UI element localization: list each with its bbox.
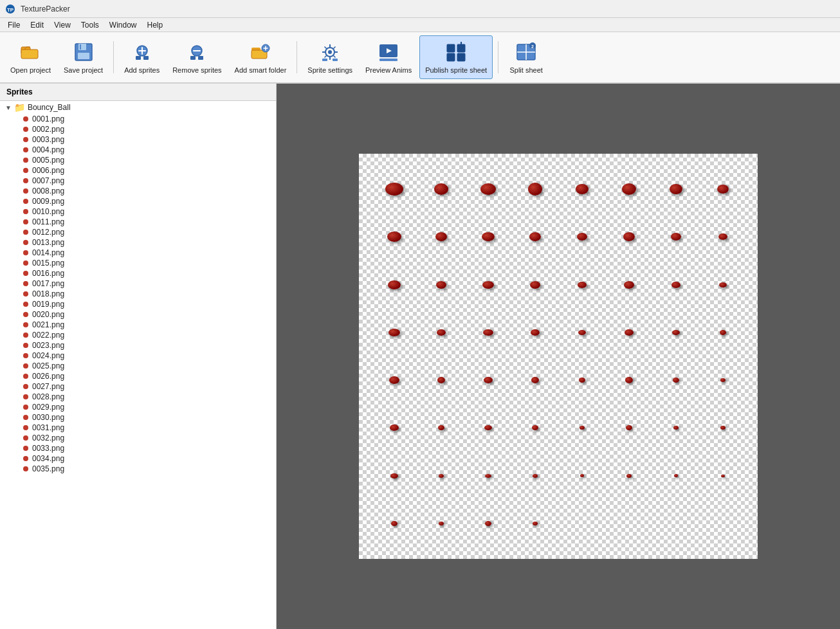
tree-file-0020png[interactable]: 0020.png (0, 309, 276, 320)
tree-file-0015png[interactable]: 0015.png (0, 258, 276, 268)
split-sheet-button[interactable]: 2 Split sheet (504, 35, 549, 79)
menu-view[interactable]: View (49, 19, 76, 31)
sprite-cell (653, 358, 698, 403)
tree-file-0001png[interactable]: 0001.png (0, 114, 276, 124)
sprite-cell (372, 453, 416, 498)
svg-rect-13 (198, 56, 203, 60)
sprite-cell (653, 501, 698, 546)
tree-file-0017png[interactable]: 0017.png (0, 278, 276, 289)
publish-sprite-sheet-button[interactable]: Publish sprite sheet (419, 35, 493, 79)
file-dot-icon (23, 260, 28, 266)
tree-file-0023png[interactable]: 0023.png (0, 340, 276, 351)
preview-anims-button[interactable]: Preview Anims (360, 35, 417, 79)
menu-edit[interactable]: Edit (25, 19, 49, 31)
tree-file-0035png[interactable]: 0035.png (0, 464, 276, 474)
tree-file-0016png[interactable]: 0016.png (0, 268, 276, 278)
tree-file-0003png[interactable]: 0003.png (0, 134, 276, 145)
tree-file-0033png[interactable]: 0033.png (0, 443, 276, 453)
sidebar-content[interactable]: ▼ 📁 Bouncy_Ball 0001.png0002.png0003.png… (0, 101, 276, 629)
publish-sprite-sheet-label: Publish sprite sheet (425, 66, 487, 74)
ball-sprite (576, 184, 589, 194)
tree-file-0011png[interactable]: 0011.png (0, 217, 276, 227)
tree-file-0027png[interactable]: 0027.png (0, 381, 276, 392)
preview-anims-label: Preview Anims (365, 66, 412, 74)
folder-chevron: ▼ (5, 104, 12, 111)
sprite-cell (419, 214, 463, 259)
tree-file-0005png[interactable]: 0005.png (0, 155, 276, 165)
file-dot-icon (23, 209, 28, 214)
sprite-cell (653, 262, 698, 307)
file-dot-icon (23, 127, 28, 132)
tree-file-0006png[interactable]: 0006.png (0, 165, 276, 176)
tree-file-0022png[interactable]: 0022.png (0, 330, 276, 340)
add-sprites-button[interactable]: Add sprites (119, 35, 165, 79)
sidebar-header: Sprites (0, 84, 276, 101)
sprite-settings-button[interactable]: Sprite settings (302, 35, 358, 79)
svg-rect-19 (322, 59, 327, 61)
sprite-cell (372, 167, 416, 212)
tree-file-0031png[interactable]: 0031.png (0, 423, 276, 433)
file-dot-icon (23, 363, 28, 369)
ball-sprite (531, 329, 540, 336)
tree-file-0019png[interactable]: 0019.png (0, 299, 276, 309)
menu-window[interactable]: Window (104, 19, 142, 31)
sprite-cell (466, 501, 510, 546)
save-project-button[interactable]: Save project (59, 35, 108, 79)
sprite-cell (466, 167, 510, 212)
add-smart-folder-button[interactable]: Add smart folder (230, 35, 292, 79)
file-name: 0021.png (32, 320, 64, 329)
tree-file-0008png[interactable]: 0008.png (0, 186, 276, 196)
ball-sprite (530, 281, 540, 289)
file-name: 0024.png (32, 351, 64, 360)
svg-rect-7 (80, 44, 81, 50)
tree-file-0002png[interactable]: 0002.png (0, 124, 276, 134)
tree-file-0024png[interactable]: 0024.png (0, 351, 276, 361)
menu-file[interactable]: File (3, 19, 25, 31)
tree-file-0026png[interactable]: 0026.png (0, 371, 276, 381)
sprite-cell (513, 501, 557, 546)
tree-file-0009png[interactable]: 0009.png (0, 196, 276, 206)
tree-file-0010png[interactable]: 0010.png (0, 206, 276, 217)
ball-sprite (578, 282, 587, 288)
file-dot-icon (23, 281, 28, 286)
menu-help[interactable]: Help (142, 19, 169, 31)
sprite-cell (560, 453, 604, 498)
svg-rect-5 (78, 44, 86, 50)
sprite-cell (607, 501, 651, 546)
ball-sprite (626, 474, 632, 478)
ball-sprite (484, 377, 493, 383)
ball-sprite (437, 329, 446, 336)
tree-file-0004png[interactable]: 0004.png (0, 145, 276, 155)
toolbar-separator-1 (113, 41, 114, 73)
tree-file-0018png[interactable]: 0018.png (0, 289, 276, 299)
tree-file-0007png[interactable]: 0007.png (0, 176, 276, 186)
tree-file-0028png[interactable]: 0028.png (0, 392, 276, 402)
file-name: 0027.png (32, 382, 64, 391)
tree-file-0014png[interactable]: 0014.png (0, 248, 276, 258)
ball-sprite (438, 425, 444, 430)
tree-file-0012png[interactable]: 0012.png (0, 227, 276, 237)
menu-tools[interactable]: Tools (76, 19, 104, 31)
tree-file-0021png[interactable]: 0021.png (0, 320, 276, 330)
file-name: 0014.png (32, 248, 64, 257)
app-title: TexturePacker (21, 5, 70, 14)
ball-sprite (435, 232, 447, 241)
sprite-cell (513, 262, 557, 307)
file-name: 0023.png (32, 341, 64, 350)
tree-file-0013png[interactable]: 0013.png (0, 237, 276, 248)
tree-file-0025png[interactable]: 0025.png (0, 361, 276, 371)
tree-folder-bouncy-ball[interactable]: ▼ 📁 Bouncy_Ball (0, 101, 276, 114)
file-dot-icon (23, 446, 28, 451)
file-dot-icon (23, 415, 28, 420)
tree-file-0032png[interactable]: 0032.png (0, 433, 276, 443)
folder-name: Bouncy_Ball (28, 103, 71, 112)
tree-file-0034png[interactable]: 0034.png (0, 453, 276, 464)
file-name: 0007.png (32, 176, 64, 185)
tree-file-0029png[interactable]: 0029.png (0, 402, 276, 412)
open-project-button[interactable]: Open project (5, 35, 56, 79)
file-name: 0015.png (32, 259, 64, 268)
remove-sprites-button[interactable]: Remove sprites (167, 35, 226, 79)
tree-file-0030png[interactable]: 0030.png (0, 412, 276, 423)
file-dot-icon (23, 137, 28, 142)
sprite-cell (419, 358, 463, 403)
